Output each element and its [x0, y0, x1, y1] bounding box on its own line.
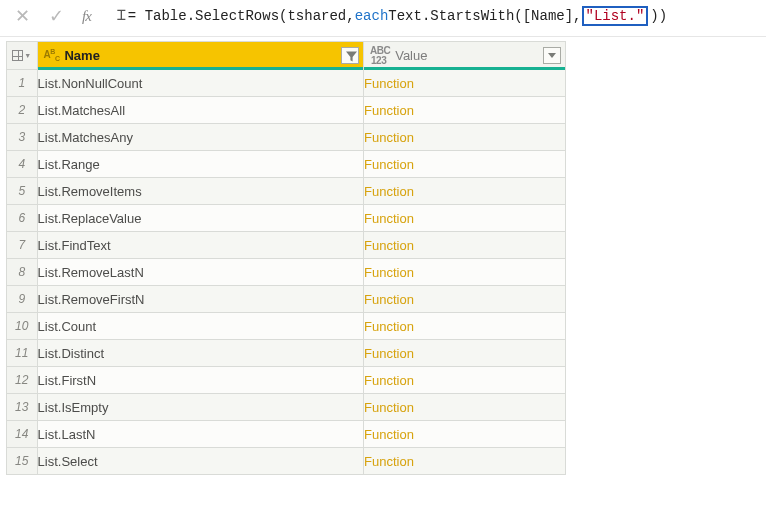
cell-value[interactable]: Function — [364, 70, 566, 97]
cell-name[interactable]: List.Select — [37, 448, 363, 475]
cell-name[interactable]: List.MatchesAny — [37, 124, 363, 151]
column-header-name[interactable]: ABC Name — [37, 42, 363, 70]
formula-keyword: each — [355, 8, 389, 24]
text-cursor-icon: Ꮖ — [117, 8, 126, 24]
cell-name[interactable]: List.RemoveLastN — [37, 259, 363, 286]
cell-value[interactable]: Function — [364, 421, 566, 448]
formula-input[interactable]: Ꮖ= Table.SelectRows(tshared, each Text.S… — [109, 6, 756, 26]
cell-name[interactable]: List.RemoveItems — [37, 178, 363, 205]
cancel-edit-icon[interactable]: ✕ — [14, 7, 30, 25]
row-number[interactable]: 12 — [7, 367, 38, 394]
cell-value[interactable]: Function — [364, 448, 566, 475]
row-number[interactable]: 10 — [7, 313, 38, 340]
fx-icon[interactable]: fx — [82, 8, 91, 25]
table-row[interactable]: 2List.MatchesAllFunction — [7, 97, 566, 124]
table-row[interactable]: 11List.DistinctFunction — [7, 340, 566, 367]
table-row[interactable]: 6List.ReplaceValueFunction — [7, 205, 566, 232]
cell-name[interactable]: List.LastN — [37, 421, 363, 448]
cell-value[interactable]: Function — [364, 205, 566, 232]
column-label: Name — [64, 48, 336, 63]
formula-string-highlighted: "List." — [582, 6, 649, 26]
row-number[interactable]: 4 — [7, 151, 38, 178]
cell-value[interactable]: Function — [364, 151, 566, 178]
cell-value[interactable]: Function — [364, 232, 566, 259]
data-table: ▼ ABC Name — [6, 41, 566, 475]
table-row[interactable]: 7List.FindTextFunction — [7, 232, 566, 259]
row-number[interactable]: 7 — [7, 232, 38, 259]
table-row[interactable]: 10List.CountFunction — [7, 313, 566, 340]
table-row[interactable]: 14List.LastNFunction — [7, 421, 566, 448]
table-row[interactable]: 13List.IsEmptyFunction — [7, 394, 566, 421]
table-row[interactable]: 5List.RemoveItemsFunction — [7, 178, 566, 205]
cell-name[interactable]: List.NonNullCount — [37, 70, 363, 97]
chevron-down-icon — [548, 53, 556, 58]
row-number[interactable]: 1 — [7, 70, 38, 97]
cell-value[interactable]: Function — [364, 394, 566, 421]
column-header-value[interactable]: ABC 123 Value — [364, 42, 566, 70]
row-number[interactable]: 8 — [7, 259, 38, 286]
cell-value[interactable]: Function — [364, 313, 566, 340]
chevron-down-icon: ▼ — [24, 52, 31, 59]
table-row[interactable]: 8List.RemoveLastNFunction — [7, 259, 566, 286]
cell-name[interactable]: List.IsEmpty — [37, 394, 363, 421]
any-type-icon: ABC 123 — [370, 46, 390, 66]
filter-icon — [346, 51, 355, 60]
table-icon — [12, 50, 23, 61]
cell-name[interactable]: List.Distinct — [37, 340, 363, 367]
formula-text: Text.StartsWith([Name], — [388, 8, 581, 24]
filter-button[interactable] — [341, 47, 359, 64]
cell-name[interactable]: List.Count — [37, 313, 363, 340]
row-number[interactable]: 11 — [7, 340, 38, 367]
table-row[interactable]: 15List.SelectFunction — [7, 448, 566, 475]
cell-value[interactable]: Function — [364, 178, 566, 205]
row-number[interactable]: 15 — [7, 448, 38, 475]
text-type-icon: ABC — [44, 47, 60, 64]
formula-bar: ✕ ✓ fx Ꮖ= Table.SelectRows(tshared, each… — [0, 0, 766, 37]
commit-edit-icon[interactable]: ✓ — [48, 7, 64, 25]
cell-value[interactable]: Function — [364, 97, 566, 124]
row-number[interactable]: 13 — [7, 394, 38, 421]
table-row[interactable]: 4List.RangeFunction — [7, 151, 566, 178]
row-number[interactable]: 3 — [7, 124, 38, 151]
cell-value[interactable]: Function — [364, 286, 566, 313]
cell-value[interactable]: Function — [364, 124, 566, 151]
formula-text: )) — [650, 8, 667, 24]
formula-text: = Table.SelectRows(tshared, — [128, 8, 355, 24]
cell-value[interactable]: Function — [364, 259, 566, 286]
cell-name[interactable]: List.FirstN — [37, 367, 363, 394]
table-row[interactable]: 9List.RemoveFirstNFunction — [7, 286, 566, 313]
row-number[interactable]: 14 — [7, 421, 38, 448]
cell-value[interactable]: Function — [364, 340, 566, 367]
cell-name[interactable]: List.ReplaceValue — [37, 205, 363, 232]
cell-name[interactable]: List.Range — [37, 151, 363, 178]
table-row[interactable]: 1List.NonNullCountFunction — [7, 70, 566, 97]
table-row[interactable]: 12List.FirstNFunction — [7, 367, 566, 394]
column-label: Value — [395, 48, 538, 63]
row-number[interactable]: 2 — [7, 97, 38, 124]
row-number[interactable]: 6 — [7, 205, 38, 232]
table-row[interactable]: 3List.MatchesAnyFunction — [7, 124, 566, 151]
filter-button[interactable] — [543, 47, 561, 64]
row-number[interactable]: 9 — [7, 286, 38, 313]
cell-name[interactable]: List.FindText — [37, 232, 363, 259]
cell-value[interactable]: Function — [364, 367, 566, 394]
row-number[interactable]: 5 — [7, 178, 38, 205]
cell-name[interactable]: List.RemoveFirstN — [37, 286, 363, 313]
select-all-cell[interactable]: ▼ — [7, 42, 38, 70]
cell-name[interactable]: List.MatchesAll — [37, 97, 363, 124]
